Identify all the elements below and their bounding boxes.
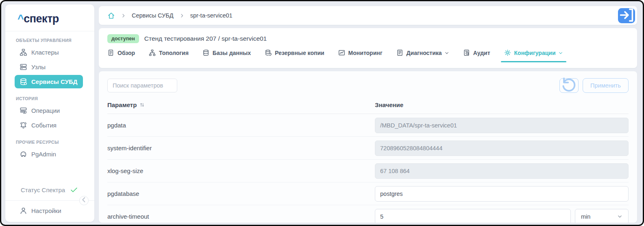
tab-label: Базы данных (213, 50, 251, 56)
param-value-input[interactable] (375, 118, 629, 133)
tab-label: Конфигурации (514, 50, 556, 56)
topology-icon (149, 49, 156, 56)
tab-label: Аудит (473, 50, 490, 56)
param-value-input[interactable] (375, 140, 629, 156)
tab[interactable]: Базы данных (202, 49, 251, 56)
sidebar-item-label: Кластеры (31, 49, 59, 56)
sidebar-item-label: События (31, 122, 57, 129)
service-title: Стенд тестирования 207 / spr-ta-service0… (144, 35, 267, 42)
overview-icon (107, 49, 114, 56)
person-icon (20, 207, 27, 215)
tab-label: Диагностика (407, 50, 442, 56)
param-name: xlog-seg-size (107, 167, 375, 174)
logo-text: спектр (24, 13, 59, 25)
tab-label: Обзор (117, 50, 135, 56)
sidebar-section: ПРОЧИЕ РЕСУРСЫ PgAdmin (5, 133, 94, 161)
chevron-down-icon (558, 50, 563, 55)
refresh-button[interactable] (559, 78, 579, 93)
search-input[interactable] (107, 79, 177, 92)
configurations-panel: Применить Параметр Значение pgdata (99, 71, 637, 223)
sidebar-section-label: ИСТОРИЯ (5, 90, 94, 103)
sidebar-item-label: Сервисы СУБД (31, 78, 78, 85)
table-row: pgdata (107, 114, 629, 137)
params-toolbar: Применить (107, 71, 629, 93)
check-icon (70, 186, 78, 194)
clusters-icon (20, 48, 27, 56)
service-header: доступен Стенд тестирования 207 / spr-ta… (99, 28, 637, 68)
table-row: xlog-seg-size (107, 160, 629, 182)
sidebar-item-label: PgAdmin (31, 151, 56, 158)
status-badge: доступен (107, 34, 139, 43)
operations-icon (20, 107, 27, 114)
diagnostics-icon (396, 49, 403, 56)
tab[interactable]: Топология (149, 49, 189, 56)
gear-icon (504, 49, 511, 56)
service-status-row: доступен Стенд тестирования 207 / spr-ta… (107, 28, 629, 43)
sidebar-divider (5, 200, 94, 201)
apply-button[interactable]: Применить (583, 78, 629, 93)
sidebar-item[interactable]: PgAdmin (15, 147, 83, 161)
chevron-right-icon (121, 13, 126, 18)
param-value-input[interactable] (375, 186, 629, 202)
param-name: pgdatabase (107, 190, 375, 197)
status-label: Статус Спектра (21, 187, 65, 193)
app-frame: ^спектр ОБЪЕКТЫ УПРАВЛЕНИЯ Кластеры (0, 0, 644, 226)
chevron-left-icon (80, 195, 88, 206)
table-row: pgdatabase (107, 182, 629, 205)
home-icon[interactable] (107, 12, 115, 20)
sidebar-item[interactable]: События (15, 118, 83, 132)
param-value-input[interactable] (375, 163, 629, 179)
nodes-icon (20, 63, 27, 71)
sidebar-sections: ОБЪЕКТЫ УПРАВЛЕНИЯ Кластеры Узлы (5, 31, 94, 162)
sidebar-item[interactable]: Операции (15, 104, 83, 117)
login-logout-button[interactable] (618, 8, 635, 23)
tab-label: Резервные копии (275, 50, 324, 56)
param-name: archive-timeout (107, 213, 375, 220)
param-name: system-identifier (107, 145, 375, 151)
tab[interactable]: Конфигурации (504, 49, 563, 56)
db-services-icon (20, 78, 27, 86)
tab[interactable]: Обзор (107, 49, 135, 56)
sidebar-section-label: ПРОЧИЕ РЕСУРСЫ (5, 133, 94, 146)
breadcrumb: Сервисы СУБД spr-ta-service01 (99, 6, 637, 25)
sidebar-section: ОБЪЕКТЫ УПРАВЛЕНИЯ Кластеры Узлы (5, 31, 94, 88)
tab-label: Топология (159, 50, 189, 56)
sidebar-item[interactable]: Сервисы СУБД (15, 75, 83, 88)
params-table-header: Параметр Значение (107, 101, 629, 114)
tab[interactable]: Аудит (463, 49, 490, 56)
sidebar-section-label: ОБЪЕКТЫ УПРАВЛЕНИЯ (5, 31, 94, 44)
unit-select-value: min (581, 213, 590, 220)
sidebar-section: ИСТОРИЯ Операции События (5, 90, 94, 132)
settings-label: Настройки (31, 207, 61, 214)
param-name: pgdata (107, 122, 375, 129)
column-value-label: Значение (375, 101, 403, 108)
sidebar-item[interactable]: Кластеры (15, 46, 83, 59)
sidebar-item-label: Узлы (31, 64, 46, 70)
sidebar-collapse-button[interactable] (79, 196, 89, 205)
app-logo: ^спектр (5, 4, 94, 31)
tab[interactable]: Мониторинг (338, 49, 383, 56)
tab-label: Мониторинг (348, 50, 383, 56)
tab[interactable]: Диагностика (396, 49, 449, 56)
monitoring-icon (338, 49, 345, 56)
sidebar: ^спектр ОБЪЕКТЫ УПРАВЛЕНИЯ Кластеры (5, 4, 94, 222)
databases-icon (202, 49, 209, 56)
audit-icon (463, 49, 470, 56)
breadcrumb-item-service01[interactable]: spr-ta-service01 (190, 12, 233, 19)
tab-bar: Обзор Топология Базы данных Р (107, 49, 629, 56)
params-table-body: pgdata system-identifier (107, 114, 629, 223)
table-row: archive-timeout min (107, 205, 629, 223)
sidebar-item-label: Операции (31, 107, 60, 114)
sidebar-item[interactable]: Узлы (15, 60, 83, 74)
tab[interactable]: Резервные копии (265, 49, 324, 56)
column-param-label: Параметр (107, 101, 137, 108)
chevron-down-icon (444, 50, 449, 55)
breadcrumb-item-services[interactable]: Сервисы СУБД (132, 12, 174, 19)
chevron-down-icon (617, 214, 622, 219)
logo-caret-mark: ^ (17, 13, 24, 25)
refresh-icon (560, 76, 578, 95)
unit-select[interactable]: min (575, 209, 629, 223)
param-value-input[interactable] (375, 209, 571, 223)
sort-icon[interactable] (139, 102, 145, 108)
chevron-right-icon (179, 13, 185, 18)
